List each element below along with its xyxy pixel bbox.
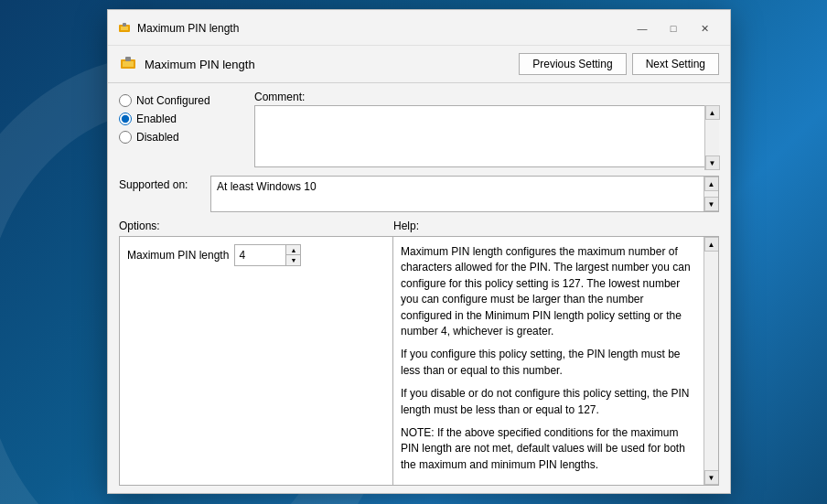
top-section: Not Configured Enabled Disabled Comment: (119, 91, 719, 170)
supported-label: Supported on: (119, 176, 210, 191)
supported-box-wrapper: At least Windows 10 ▲ ▼ (210, 176, 719, 212)
supported-scroll-down[interactable]: ▼ (704, 197, 719, 211)
comment-box-wrapper: ▲ ▼ (254, 105, 719, 170)
comment-scrollbar: ▲ ▼ (704, 105, 719, 170)
header-icon (119, 55, 137, 73)
svg-rect-4 (123, 61, 134, 67)
comment-scroll-down[interactable]: ▼ (705, 155, 720, 170)
bottom-labels: Options: Help: (119, 220, 719, 232)
help-para-2: If you configure this policy setting, th… (401, 347, 694, 379)
not-configured-option[interactable]: Not Configured (119, 94, 247, 107)
help-para-3: If you disable or do not configure this … (401, 386, 694, 418)
supported-scrollbar: ▲ ▼ (703, 177, 718, 211)
window-title: Maximum PIN length (137, 22, 628, 35)
disabled-label: Disabled (136, 131, 179, 144)
help-scrollbar: ▲ ▼ (703, 237, 718, 485)
disabled-radio[interactable] (119, 131, 132, 144)
options-panel: Maximum PIN length ▲ ▼ (119, 236, 393, 486)
enabled-radio[interactable] (119, 113, 132, 125)
help-text: Maximum PIN length configures the maximu… (401, 244, 711, 473)
minimize-button[interactable]: — (628, 17, 657, 39)
supported-section: Supported on: At least Windows 10 ▲ ▼ (119, 176, 719, 212)
next-setting-button[interactable]: Next Setting (632, 53, 719, 75)
supported-text: At least Windows 10 (217, 180, 317, 193)
main-body: Not Configured Enabled Disabled Comment: (108, 83, 730, 493)
help-para-4: NOTE: If the above specified conditions … (401, 425, 694, 473)
previous-setting-button[interactable]: Previous Setting (519, 53, 626, 75)
spinner-buttons: ▲ ▼ (285, 245, 300, 265)
pin-length-input[interactable] (235, 245, 285, 265)
options-label: Options: (119, 220, 393, 232)
enabled-option[interactable]: Enabled (119, 113, 247, 125)
pin-length-label: Maximum PIN length (127, 249, 229, 262)
svg-rect-5 (125, 57, 131, 61)
comment-textarea[interactable] (254, 105, 719, 167)
svg-rect-2 (123, 23, 126, 27)
maximize-button[interactable]: □ (659, 17, 688, 39)
comment-scroll-track (705, 120, 719, 155)
header-section: Maximum PIN length Previous Setting Next… (108, 46, 730, 83)
bottom-panels: Maximum PIN length ▲ ▼ Maximum PIN lengt… (119, 236, 719, 486)
help-label: Help: (393, 220, 419, 232)
header-buttons: Previous Setting Next Setting (519, 53, 719, 75)
help-panel: Maximum PIN length configures the maximu… (393, 236, 719, 486)
help-scroll-track (704, 252, 718, 470)
not-configured-label: Not Configured (136, 94, 210, 107)
help-scroll-up[interactable]: ▲ (704, 237, 719, 252)
pin-length-row: Maximum PIN length ▲ ▼ (127, 244, 301, 266)
help-para-1: Maximum PIN length configures the maximu… (401, 244, 694, 339)
supported-value: At least Windows 10 ▲ ▼ (210, 176, 719, 212)
close-button[interactable]: ✕ (690, 17, 719, 39)
disabled-option[interactable]: Disabled (119, 131, 247, 144)
enabled-label: Enabled (136, 113, 177, 125)
radio-group: Not Configured Enabled Disabled (119, 91, 247, 170)
header-title: Maximum PIN length (145, 58, 519, 71)
pin-length-spinner: ▲ ▼ (234, 244, 301, 266)
not-configured-radio[interactable] (119, 94, 132, 107)
window-controls: — □ ✕ (628, 17, 719, 39)
comment-label: Comment: (254, 91, 719, 103)
window-icon (117, 21, 132, 36)
supported-scroll-up[interactable]: ▲ (704, 177, 719, 191)
help-scroll-down[interactable]: ▼ (704, 470, 719, 485)
svg-rect-1 (121, 27, 128, 30)
title-bar: Maximum PIN length — □ ✕ (108, 10, 730, 46)
main-window: Maximum PIN length — □ ✕ Maximum PIN len… (107, 9, 731, 494)
comment-scroll-up[interactable]: ▲ (705, 105, 720, 120)
spin-up-button[interactable]: ▲ (285, 245, 300, 255)
comment-section: Comment: ▲ ▼ (254, 91, 719, 170)
spin-down-button[interactable]: ▼ (285, 255, 300, 265)
